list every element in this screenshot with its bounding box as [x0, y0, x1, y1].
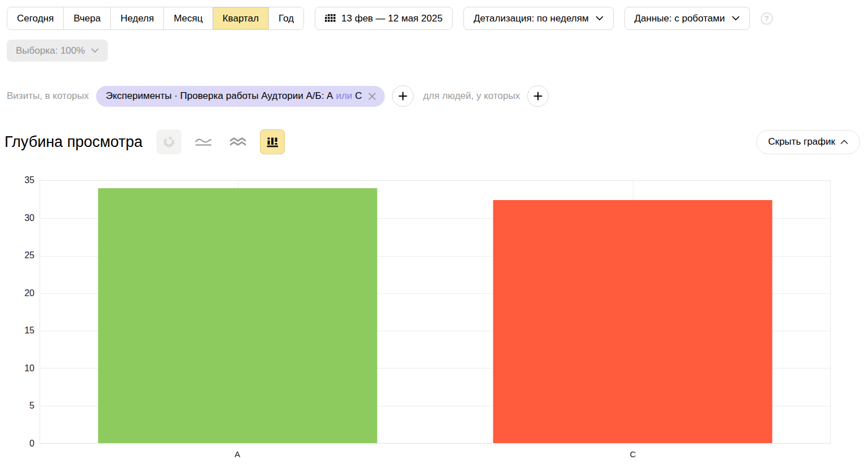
hide-chart-label: Скрыть график — [768, 136, 835, 148]
close-icon[interactable] — [367, 92, 377, 101]
y-tick-label: 25 — [24, 250, 34, 261]
line-chart-icon — [195, 137, 212, 146]
chart-type-stacked-button[interactable] — [225, 129, 250, 154]
chart-title: Глубина просмотра — [5, 133, 142, 151]
period-tab-yesterday[interactable]: Вчера — [63, 7, 110, 29]
x-axis: AC — [40, 444, 831, 462]
stacked-area-icon — [229, 137, 246, 148]
view-depth-chart: 05101520253035 AC — [0, 180, 868, 462]
filter-chip[interactable]: Эксперименты · Проверка работы Аудтории … — [96, 86, 384, 107]
sampling-row: Выборка: 100% — [7, 40, 861, 62]
bar-A[interactable] — [98, 188, 377, 443]
y-tick-label: 30 — [24, 213, 34, 223]
bar-C[interactable] — [493, 200, 772, 443]
filter-chip-value: C — [355, 90, 362, 102]
period-segmented-control: Сегодня Вчера Неделя Месяц Квартал Год — [7, 7, 304, 30]
period-tab-year[interactable]: Год — [268, 7, 303, 29]
period-tab-month[interactable]: Месяц — [163, 7, 212, 29]
chart-type-bar-button[interactable] — [260, 129, 285, 154]
segment-filters-row: Визиты, в которых Эксперименты · Проверк… — [7, 85, 861, 107]
add-visit-filter-button[interactable] — [392, 85, 414, 107]
question-circle-icon[interactable]: ? — [761, 12, 773, 25]
donut-chart-icon — [163, 136, 175, 148]
filter-chip-operator: или — [336, 90, 352, 102]
chevron-down-icon — [91, 48, 99, 53]
hide-chart-button[interactable]: Скрыть график — [756, 130, 860, 154]
y-tick-label: 15 — [24, 326, 34, 336]
add-people-filter-button[interactable] — [527, 85, 549, 107]
y-tick-label: 20 — [24, 288, 34, 298]
sampling-dropdown[interactable]: Выборка: 100% — [7, 40, 108, 62]
period-tab-today[interactable]: Сегодня — [7, 7, 63, 29]
detalization-dropdown[interactable]: Детализация: по неделям — [463, 7, 613, 30]
period-tab-quarter[interactable]: Квартал — [212, 7, 268, 29]
bar-chart-icon — [267, 136, 279, 148]
date-range-button[interactable]: 13 фев — 12 мая 2025 — [315, 7, 453, 30]
x-tick-label: A — [235, 449, 240, 459]
period-tab-week[interactable]: Неделя — [110, 7, 163, 29]
detalization-label: Детализация: по неделям — [474, 13, 588, 24]
data-mode-dropdown[interactable]: Данные: с роботами — [624, 7, 750, 30]
data-mode-label: Данные: с роботами — [635, 13, 725, 24]
chart-type-line-button[interactable] — [191, 129, 216, 154]
sampling-label: Выборка: 100% — [16, 45, 85, 57]
calendar-grid-icon — [325, 14, 336, 23]
y-tick-label: 5 — [29, 401, 34, 411]
chevron-up-icon — [840, 140, 848, 145]
chart-type-pie-button[interactable] — [157, 129, 181, 154]
y-tick-label: 10 — [24, 363, 34, 374]
plot-area — [40, 180, 831, 444]
date-range-label: 13 фев — 12 мая 2025 — [341, 13, 442, 24]
y-axis: 05101520253035 — [0, 180, 40, 444]
plus-icon — [398, 92, 407, 101]
y-tick-label: 35 — [24, 175, 34, 185]
top-toolbar: Сегодня Вчера Неделя Месяц Квартал Год — [7, 7, 861, 30]
chevron-down-icon — [596, 16, 604, 21]
chevron-down-icon — [732, 16, 740, 21]
people-condition-label: для людей, у которых — [423, 90, 520, 102]
chart-header: Глубина просмотра — [5, 128, 860, 155]
filter-chip-text: Эксперименты · Проверка работы Аудтории … — [106, 90, 333, 102]
visits-condition-label: Визиты, в которых — [7, 90, 89, 102]
x-tick-label: C — [630, 449, 636, 459]
y-tick-label: 0 — [29, 439, 34, 449]
plus-icon — [533, 92, 542, 101]
